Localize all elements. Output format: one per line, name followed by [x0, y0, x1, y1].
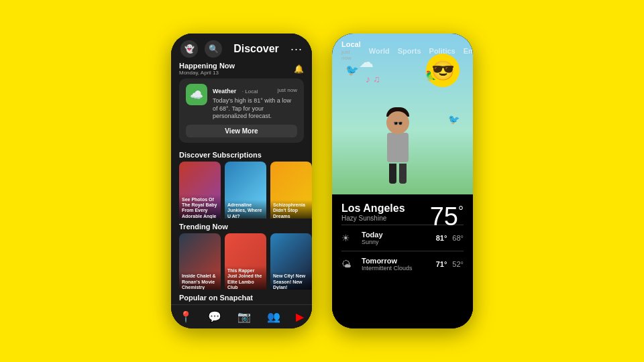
trend-card-entertainment[interactable]: Inside Chalet & Ronan's Movie Chemistry — [179, 233, 221, 290]
bird1-icon: 🐦 — [345, 64, 359, 76]
ghost-icon[interactable]: 👻 — [180, 40, 198, 58]
trend-card-entertainment-text: Inside Chalet & Ronan's Movie Chemistry — [182, 274, 218, 290]
trend-card-entertainment-overlay: Inside Chalet & Ronan's Movie Chemistry — [179, 271, 221, 290]
bird2-icon: 🦜 — [425, 70, 436, 81]
trend-card-driven[interactable]: This Rapper Just Joined the Elite Lambo … — [225, 233, 266, 290]
tomorrow-temps: 71° 52° — [436, 260, 464, 268]
weather-source-group: Weather · Local — [213, 84, 258, 96]
weather-source-icon: ☁️ — [186, 84, 207, 105]
left-screen: 👻 🔍 Discover ··· Happening Now Monday, A… — [171, 34, 312, 328]
tab-sports[interactable]: Sports — [398, 47, 421, 55]
tomorrow-label: Tomorrow — [362, 257, 436, 265]
tomorrow-weather-icon: 🌤 — [341, 259, 356, 269]
tab-local[interactable]: Local just now — [341, 40, 361, 61]
music-notes-icon: ♪ ♫ — [366, 74, 380, 84]
discover-title: Discover — [233, 43, 279, 55]
happening-now-date: Monday, April 13 — [179, 70, 235, 76]
view-more-button[interactable]: View More — [186, 125, 297, 137]
sub-card-send[interactable]: Adrenaline Junkies, Where U At? — [225, 162, 266, 218]
sub-card-people-text: See Photos Of The Royal Baby From Every … — [182, 197, 218, 219]
weather-time: just now — [278, 87, 297, 93]
bottom-nav: 📍 💬 📷 👥 ▶ — [171, 304, 312, 328]
weather-info: Weather · Local just now Today's high is… — [213, 84, 297, 121]
weather-source-name: Weather — [213, 88, 236, 95]
today-temps: 81° 68° — [436, 234, 464, 242]
nav-camera-icon[interactable]: 📷 — [237, 310, 251, 323]
trending-cards: Inside Chalet & Ronan's Movie Chemistry … — [171, 233, 312, 290]
nav-discover-icon[interactable]: ▶ — [296, 310, 304, 323]
popular-on-snapchat-title: Popular on Snapchat — [171, 290, 312, 304]
forecast-tomorrow: 🌤 Tomorrow Intermittent Clouds 71° 52° — [341, 251, 464, 277]
tomorrow-condition: Intermittent Clouds — [362, 265, 436, 272]
tab-politics[interactable]: Politics — [429, 47, 455, 55]
tomorrow-high: 71° — [436, 260, 447, 268]
left-header: 👻 🔍 Discover ··· — [171, 34, 312, 62]
weather-text: Today's high is 81° with a low of 68°. T… — [213, 97, 297, 121]
trend-card-driven-overlay: This Rapper Just Joined the Elite Lambo … — [225, 265, 266, 290]
right-top-bar: Local just now World Sports Politics Ent… — [332, 34, 473, 65]
tab-local-time: just now — [341, 49, 361, 61]
sub-card-people[interactable]: See Photos Of The Royal Baby From Every … — [179, 162, 221, 218]
right-tabs: Local just now World Sports Politics Ent… — [341, 40, 464, 61]
notification-bell-icon[interactable]: 🔔 — [294, 64, 304, 74]
trend-card-endless-overlay: New City! New Season! New Dylan! — [270, 271, 312, 290]
right-screen: Local just now World Sports Politics Ent… — [332, 34, 473, 328]
tomorrow-low: 52° — [452, 260, 464, 268]
bird3-icon: 🐦 — [448, 114, 460, 125]
sub-card-send-overlay: Adrenaline Junkies, Where U At? — [225, 200, 266, 219]
trending-now-title: Trending Now — [171, 219, 312, 233]
phones-container: 👻 🔍 Discover ··· Happening Now Monday, A… — [171, 34, 473, 328]
today-condition: Sunny — [362, 239, 436, 245]
sub-card-send-text: Adrenaline Junkies, Where U At? — [227, 202, 264, 219]
discover-subscriptions-title: Discover Subscriptions — [171, 147, 312, 162]
tab-world[interactable]: World — [369, 47, 390, 55]
tab-entertainment[interactable]: Ent... — [464, 47, 473, 55]
tab-local-label: Local — [341, 40, 361, 48]
tomorrow-info: Tomorrow Intermittent Clouds — [362, 257, 436, 272]
nav-chat-icon[interactable]: 💬 — [208, 310, 221, 323]
nav-map-icon[interactable]: 📍 — [179, 310, 193, 323]
sub-card-snap[interactable]: Schizophrenia Didn't Stop Dreams — [270, 162, 312, 218]
today-info: Today Sunny — [362, 231, 436, 245]
weather-source-row: Weather · Local just now — [213, 84, 297, 96]
weather-info-overlay: Los Angeles Hazy Sunshine 75° ☀ Today Su… — [332, 194, 473, 328]
happening-now-title: Happening Now — [179, 62, 235, 70]
more-options-icon[interactable]: ··· — [290, 42, 303, 56]
trend-card-endless[interactable]: New City! New Season! New Dylan! — [270, 233, 312, 290]
happening-now-labels: Happening Now Monday, April 13 — [179, 62, 235, 76]
today-low: 68° — [452, 234, 464, 242]
search-icon[interactable]: 🔍 — [205, 40, 222, 58]
left-phone: 👻 🔍 Discover ··· Happening Now Monday, A… — [171, 34, 312, 328]
sub-card-people-overlay: See Photos Of The Royal Baby From Every … — [179, 194, 221, 219]
current-temperature: 75° — [430, 202, 464, 231]
trend-card-driven-text: This Rapper Just Joined the Elite Lambo … — [227, 268, 264, 290]
bitmoji-character: 🕶️ — [374, 107, 421, 194]
discover-subscriptions-cards: See Photos Of The Royal Baby From Every … — [171, 162, 312, 218]
nav-friends-icon[interactable]: 👥 — [267, 310, 280, 323]
weather-card[interactable]: ☁️ Weather · Local just now Today's high… — [179, 78, 304, 143]
today-weather-icon: ☀ — [341, 233, 356, 243]
happening-now-section: Happening Now Monday, April 13 🔔 ☁️ Weat… — [171, 62, 312, 147]
sub-card-snap-text: Schizophrenia Didn't Stop Dreams — [273, 202, 309, 219]
trend-card-endless-text: New City! New Season! New Dylan! — [273, 274, 309, 290]
right-phone: Local just now World Sports Politics Ent… — [332, 34, 473, 328]
today-high: 81° — [436, 234, 447, 242]
happening-now-header: Happening Now Monday, April 13 🔔 — [179, 62, 304, 76]
today-label: Today — [362, 231, 436, 239]
weather-local-badge: · Local — [242, 88, 258, 95]
header-icons: 👻 🔍 — [180, 40, 222, 58]
weather-card-top: ☁️ Weather · Local just now Today's high… — [186, 84, 297, 121]
sub-card-snap-overlay: Schizophrenia Didn't Stop Dreams — [270, 200, 312, 219]
